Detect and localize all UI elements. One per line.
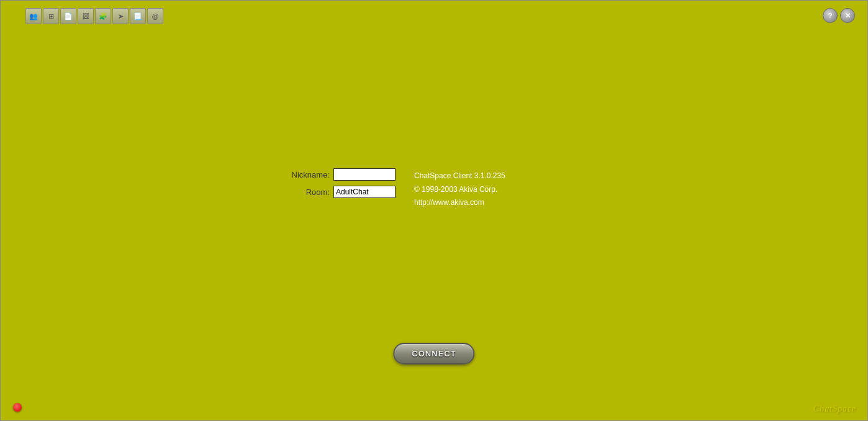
nickname-label: Nickname: [280,170,330,179]
info-line2: © 1998-2003 Akiva Corp. [414,183,505,197]
at-icon: @ [152,12,159,20]
help-icon: ? [828,12,833,19]
toolbar-grid-button[interactable]: ⊞ [43,8,59,24]
toolbar-doc-button[interactable]: 📄 [60,8,76,24]
status-indicator [13,403,22,412]
toolbar-at-button[interactable]: @ [147,8,163,24]
image-icon: 🖼 [83,12,89,20]
room-label: Room: [280,188,330,197]
info-panel: ChatSpace Client 3.1.0.235 © 1998-2003 A… [414,168,505,210]
help-button[interactable]: ? [823,8,838,23]
app-window: 👥 ⊞ 📄 🖼 🧩 ➤ 📃 @ ? ✕ [0,0,868,421]
login-form-area: Nickname: Room: ChatSpace Client 3.1.0.2… [280,168,505,210]
toolbar-image-button[interactable]: 🖼 [78,8,94,24]
toolbar: 👥 ⊞ 📄 🖼 🧩 ➤ 📃 @ [25,8,163,24]
nickname-input[interactable] [333,168,396,181]
toolbar-people-button[interactable]: 👥 [25,8,42,24]
brand-logo: ChatSpace [813,404,857,414]
close-button[interactable]: ✕ [840,8,855,23]
people-icon: 👥 [29,12,38,20]
connect-button-wrapper: CONNECT [393,343,474,364]
info-line1: ChatSpace Client 3.1.0.235 [414,170,505,183]
form-fields: Nickname: Room: [280,168,396,198]
toolbar-page-button[interactable]: 📃 [130,8,146,24]
info-line3: http://www.akiva.com [414,196,505,210]
puzzle-icon: 🧩 [99,12,107,20]
send-icon: ➤ [118,12,124,20]
close-icon: ✕ [845,12,851,20]
connect-button[interactable]: CONNECT [393,343,474,364]
grid-icon: ⊞ [48,12,54,20]
toolbar-puzzle-button[interactable]: 🧩 [95,8,111,24]
page-icon: 📃 [133,12,142,20]
nickname-row: Nickname: [280,168,396,181]
doc-icon: 📄 [64,12,73,20]
toolbar-send-button[interactable]: ➤ [112,8,129,24]
room-row: Room: [280,186,396,198]
top-right-controls: ? ✕ [823,8,855,23]
room-input[interactable] [333,186,396,198]
